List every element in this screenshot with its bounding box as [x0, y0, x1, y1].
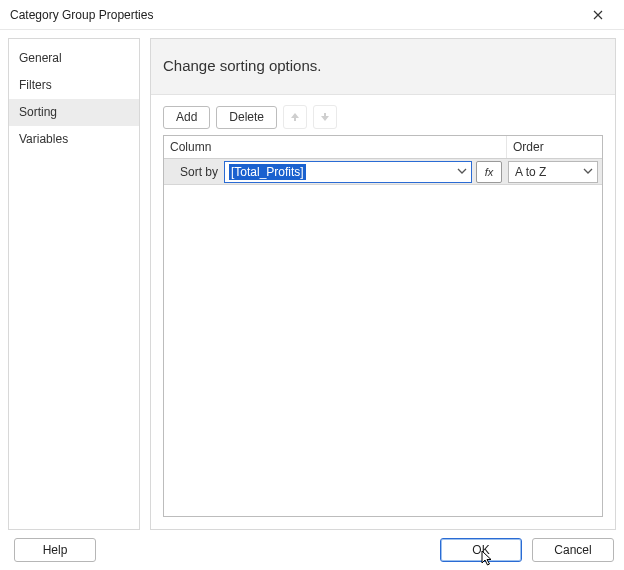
grid-header-order: Order	[506, 136, 602, 158]
arrow-down-icon	[320, 112, 330, 122]
titlebar: Category Group Properties	[0, 0, 624, 30]
main-panel: Change sorting options. Add Delete Colum…	[150, 38, 616, 530]
cancel-button[interactable]: Cancel	[532, 538, 614, 562]
chevron-down-icon	[457, 165, 467, 179]
sidebar-item-variables[interactable]: Variables	[9, 126, 139, 153]
footer-right: OK Cancel	[440, 538, 614, 562]
close-icon	[593, 10, 603, 20]
window-title: Category Group Properties	[10, 8, 153, 22]
grid-row: Sort by [Total_Profits] fx A to Z	[164, 159, 602, 185]
dialog-footer: Help OK Cancel	[0, 530, 624, 570]
sidebar-item-sorting[interactable]: Sorting	[9, 99, 139, 126]
dialog-body: General Filters Sorting Variables Change…	[0, 30, 624, 530]
move-down-button[interactable]	[313, 105, 337, 129]
sidebar: General Filters Sorting Variables	[8, 38, 140, 530]
sidebar-item-filters[interactable]: Filters	[9, 72, 139, 99]
grid-header-column: Column	[164, 136, 506, 158]
row-label: Sort by	[164, 165, 224, 179]
move-up-button[interactable]	[283, 105, 307, 129]
arrow-up-icon	[290, 112, 300, 122]
sort-order-combobox[interactable]: A to Z	[508, 161, 598, 183]
sort-grid: Column Order Sort by [Total_Profits] fx	[163, 135, 603, 517]
expression-button[interactable]: fx	[476, 161, 502, 183]
fx-icon: fx	[485, 166, 494, 178]
grid-header: Column Order	[164, 136, 602, 159]
ok-label: OK	[472, 543, 489, 557]
ok-button[interactable]: OK	[440, 538, 522, 562]
sort-column-combobox[interactable]: [Total_Profits]	[224, 161, 472, 183]
chevron-down-icon	[583, 165, 593, 179]
sidebar-item-general[interactable]: General	[9, 45, 139, 72]
panel-heading: Change sorting options.	[151, 39, 615, 95]
sort-order-value: A to Z	[515, 165, 546, 179]
delete-button[interactable]: Delete	[216, 106, 277, 129]
sort-toolbar: Add Delete	[163, 105, 603, 129]
help-button[interactable]: Help	[14, 538, 96, 562]
add-button[interactable]: Add	[163, 106, 210, 129]
close-button[interactable]	[580, 3, 616, 27]
sort-column-value: [Total_Profits]	[229, 164, 306, 180]
panel-content: Add Delete Column Order Sort by [Total_	[151, 95, 615, 529]
